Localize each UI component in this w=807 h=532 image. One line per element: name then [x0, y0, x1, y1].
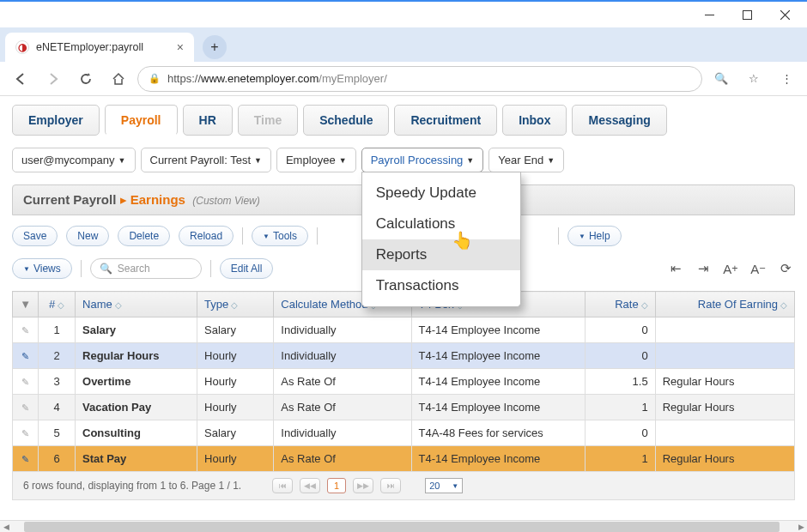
cell-num: 5: [39, 420, 76, 446]
browser-menu-button[interactable]: ⋮: [773, 65, 800, 93]
filter-user[interactable]: user@mycompany▼: [12, 148, 136, 172]
col-type[interactable]: Type◇: [197, 292, 274, 317]
cell-t4: T4-14 Employee Income: [411, 343, 586, 369]
pager-first-button[interactable]: ⏮: [272, 478, 293, 493]
dropdown-item-calculations[interactable]: Calculations: [362, 209, 520, 239]
cell-t4: T4-14 Employee Income: [411, 395, 586, 420]
cell-t4: T4-14 Employee Income: [411, 446, 586, 472]
nav-back-button[interactable]: [7, 65, 34, 93]
browser-tab-active[interactable]: ◑ eNETEmployer:payroll ×: [5, 33, 194, 62]
indent-left-icon[interactable]: ⇤: [666, 259, 685, 278]
pager-next-button[interactable]: ▶▶: [353, 478, 373, 493]
scroll-right-icon[interactable]: ▶: [795, 521, 807, 532]
col-rate[interactable]: Rate◇: [586, 292, 655, 317]
font-decrease-icon[interactable]: A−: [749, 259, 768, 278]
cell-rate: 1: [586, 395, 655, 420]
col-name[interactable]: Name◇: [76, 292, 197, 317]
reload-button[interactable]: Reload: [179, 226, 234, 246]
pager-prev-button[interactable]: ◀◀: [300, 478, 320, 493]
cell-name: Stat Pay: [76, 446, 197, 472]
cell-type: Hourly: [197, 369, 274, 395]
table-pager: 6 rows found, displaying from 1 to 6. Pa…: [12, 472, 795, 500]
table-row[interactable]: ✎6Stat PayHourlyAs Rate OfT4-14 Employee…: [13, 446, 795, 472]
tab-schedule[interactable]: Schedule: [303, 105, 389, 136]
filter-payroll-processing[interactable]: Payroll Processing▼: [361, 148, 484, 172]
tab-messaging[interactable]: Messaging: [572, 105, 666, 136]
pager-last-button[interactable]: ⏭: [380, 478, 401, 493]
filter-employee[interactable]: Employee▼: [276, 148, 356, 172]
filter-payroll[interactable]: Current Payroll: Test▼: [141, 148, 271, 172]
pager-page-size-select[interactable]: 20▼: [425, 478, 463, 493]
pencil-icon[interactable]: ✎: [21, 402, 29, 413]
pencil-icon[interactable]: ✎: [21, 325, 29, 336]
browser-tab-strip: ◑ eNETEmployer:payroll × +: [0, 27, 807, 62]
font-increase-icon[interactable]: A+: [721, 259, 740, 278]
filter-bar: user@mycompany▼ Current Payroll: Test▼ E…: [12, 148, 795, 172]
zoom-icon[interactable]: 🔍: [707, 65, 735, 93]
horizontal-scrollbar[interactable]: ◀ ▶: [0, 520, 807, 532]
cell-t4: T4-14 Employee Income: [411, 317, 586, 343]
new-tab-button[interactable]: +: [203, 35, 227, 59]
tab-employer[interactable]: Employer: [12, 105, 100, 136]
tab-time[interactable]: Time: [238, 105, 298, 136]
table-row[interactable]: ✎3OvertimeHourlyAs Rate OfT4-14 Employee…: [13, 369, 795, 395]
scrollbar-thumb[interactable]: [24, 522, 780, 532]
delete-button[interactable]: Delete: [118, 226, 170, 246]
caret-down-icon: ▼: [23, 265, 30, 273]
help-button[interactable]: ▼Help: [567, 226, 622, 246]
tools-button[interactable]: ▼Tools: [252, 226, 308, 246]
table-row[interactable]: ✎4Vacation PayHourlyAs Rate OfT4-14 Empl…: [13, 395, 795, 420]
table-row[interactable]: ✎2Regular HoursHourlyIndividuallyT4-14 E…: [13, 343, 795, 369]
col-edit[interactable]: ▼: [13, 292, 39, 317]
caret-down-icon: ▼: [547, 156, 555, 165]
col-rate-of-earning[interactable]: Rate Of Earning◇: [655, 292, 794, 317]
col--[interactable]: #◇: [39, 292, 76, 317]
tab-close-icon[interactable]: ×: [177, 40, 184, 54]
dropdown-item-reports[interactable]: Reports: [362, 239, 520, 270]
dropdown-item-speedy-update[interactable]: Speedy Update: [362, 178, 520, 209]
pencil-icon[interactable]: ✎: [21, 428, 29, 438]
cell-rate: 1.5: [586, 369, 655, 395]
separator: [210, 260, 211, 277]
cell-rate: 0: [586, 317, 655, 343]
separator: [81, 260, 82, 277]
pencil-icon[interactable]: ✎: [21, 351, 29, 361]
views-button[interactable]: ▼Views: [12, 258, 72, 279]
tab-payroll[interactable]: Payroll: [105, 105, 178, 136]
table-row[interactable]: ✎5ConsultingSalaryIndividuallyT4A-48 Fee…: [13, 420, 795, 446]
url-input[interactable]: 🔒 https://www.enetemployer.com/myEmploye…: [137, 66, 702, 92]
save-button[interactable]: Save: [12, 226, 58, 246]
dropdown-item-transactions[interactable]: Transactions: [362, 270, 520, 301]
filter-year-end[interactable]: Year End▼: [488, 148, 564, 172]
pager-page-number[interactable]: 1: [327, 478, 346, 493]
cell-type: Hourly: [197, 446, 274, 472]
search-input[interactable]: 🔍Search: [90, 258, 202, 279]
svg-rect-1: [743, 10, 751, 19]
bookmark-star-icon[interactable]: ☆: [740, 65, 768, 93]
pencil-icon[interactable]: ✎: [21, 454, 29, 464]
separator: [558, 227, 559, 245]
tab-recruitment[interactable]: Recruitment: [394, 105, 497, 136]
new-button[interactable]: New: [66, 226, 109, 246]
edit-all-button[interactable]: Edit All: [220, 258, 274, 279]
window-minimize-button[interactable]: [690, 2, 728, 27]
refresh-icon[interactable]: ⟳: [776, 259, 795, 278]
tab-hr[interactable]: HR: [183, 105, 233, 136]
cell-calc: As Rate Of: [274, 446, 411, 472]
window-close-button[interactable]: [766, 2, 804, 27]
table-row[interactable]: ✎1SalarySalaryIndividuallyT4-14 Employee…: [13, 317, 795, 343]
tab-inbox[interactable]: Inbox: [502, 105, 567, 136]
cell-num: 1: [39, 317, 76, 343]
sort-icon: ◇: [780, 300, 787, 310]
nav-reload-button[interactable]: [72, 65, 100, 93]
cell-name: Consulting: [76, 420, 197, 446]
indent-right-icon[interactable]: ⇥: [694, 259, 713, 278]
nav-forward-button[interactable]: [39, 65, 67, 93]
nav-home-button[interactable]: [105, 65, 132, 93]
window-maximize-button[interactable]: [728, 2, 766, 27]
cell-num: 6: [39, 446, 76, 472]
pencil-icon[interactable]: ✎: [21, 377, 29, 387]
separator: [242, 227, 243, 245]
cell-type: Salary: [197, 317, 274, 343]
scroll-left-icon[interactable]: ◀: [0, 521, 12, 532]
